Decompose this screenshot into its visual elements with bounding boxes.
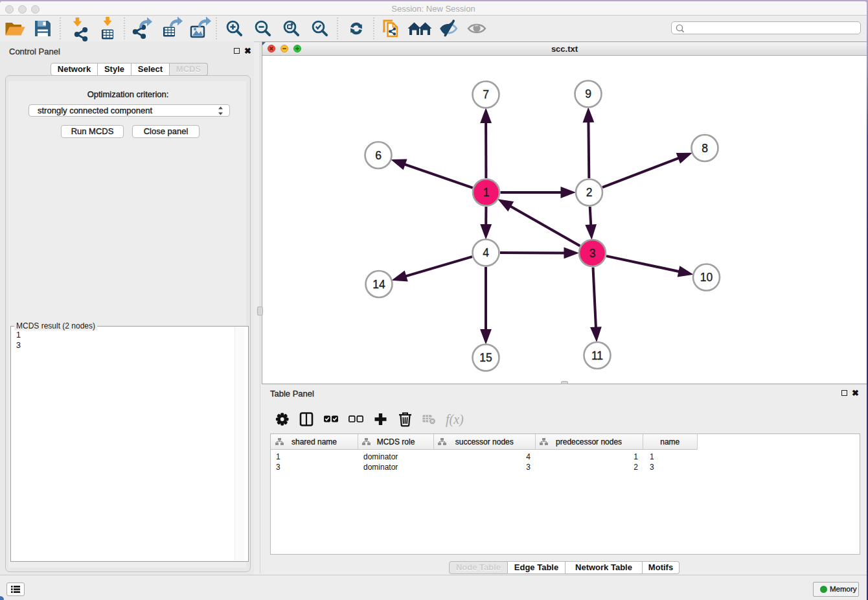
svg-text:3: 3 [589, 247, 596, 260]
svg-text:8: 8 [702, 142, 708, 155]
svg-text:f(x): f(x) [446, 412, 464, 427]
svg-text:10: 10 [700, 271, 713, 284]
svg-text:4: 4 [483, 246, 489, 259]
svg-text:6: 6 [375, 149, 382, 162]
svg-text:15: 15 [479, 351, 492, 364]
svg-text:1: 1 [483, 186, 490, 199]
svg-text:14: 14 [372, 278, 385, 291]
svg-text:11: 11 [591, 349, 603, 362]
svg-text:7: 7 [483, 88, 489, 101]
svg-text:9: 9 [585, 87, 591, 100]
svg-text:2: 2 [586, 186, 593, 199]
